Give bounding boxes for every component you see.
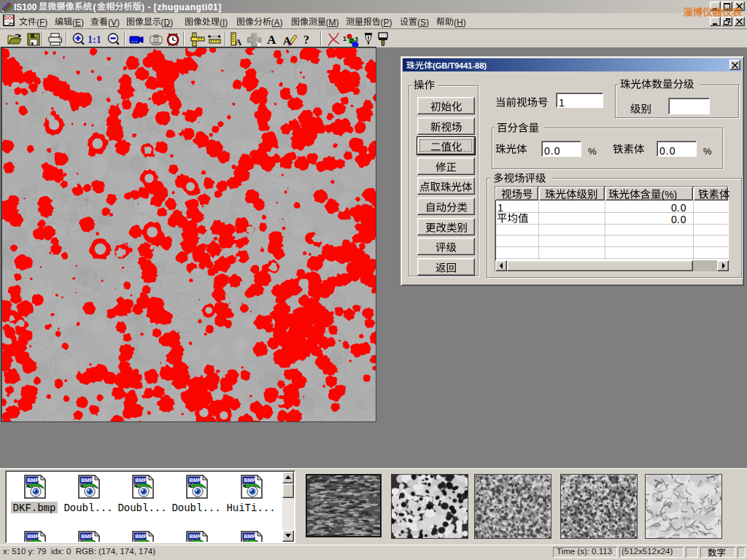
svg-text:BMP: BMP: [189, 477, 201, 483]
svg-text:1: 1: [343, 35, 347, 42]
svg-text:BMP: BMP: [27, 533, 39, 540]
svg-text:A: A: [235, 36, 242, 47]
svg-text:BMP: BMP: [81, 533, 93, 540]
svg-text:BMP: BMP: [81, 477, 93, 483]
svg-text:?: ?: [303, 34, 309, 46]
svg-text:BMP: BMP: [244, 477, 255, 483]
svg-text:1:1: 1:1: [88, 34, 101, 45]
svg-text:DOC: DOC: [4, 15, 15, 20]
svg-text:BMP: BMP: [27, 477, 39, 483]
svg-text:BMP: BMP: [189, 533, 201, 540]
svg-text:A: A: [267, 33, 276, 47]
svg-text:BMP: BMP: [135, 533, 147, 540]
svg-text:BMP: BMP: [135, 477, 147, 483]
svg-text:BMP: BMP: [244, 533, 255, 540]
